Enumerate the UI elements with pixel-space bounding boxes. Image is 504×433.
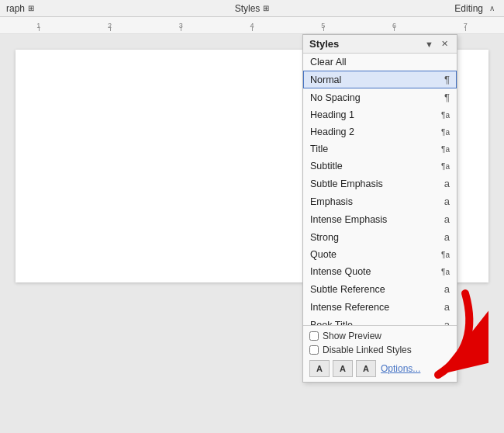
style-inspector-button[interactable]: A [333,360,353,377]
top-bar: raph ⊞ Styles ⊞ Editing ∧ [0,0,504,17]
style-item-intense-emphasis[interactable]: Intense Emphasis a [303,210,457,228]
styles-panel-title: Styles [309,38,339,50]
ruler-mark-3: 3 [145,22,216,29]
styles-panel-header: Styles ▼ ✕ [303,35,457,54]
ruler-mark-2: 2 [74,22,146,29]
collapse-btn[interactable]: ∧ [486,3,498,13]
ruler-mark-4: 4 [216,22,288,29]
style-label-clear-all: Clear All [310,57,347,68]
style-symbol-heading-2: ¶a [441,128,450,137]
style-symbol-heading-1: ¶a [441,111,450,120]
manage-styles-icon: A [363,364,369,373]
style-item-no-spacing[interactable]: No Spacing ¶ [303,88,457,106]
style-symbol-normal: ¶ [444,74,450,85]
ruler-mark-5: 5 [288,22,359,29]
style-label-intense-reference: Intense Reference [310,302,389,313]
style-symbol-quote: ¶a [441,251,450,259]
style-label-title: Title [310,144,328,154]
styles-panel-controls: ▼ ✕ [423,38,450,50]
style-symbol-strong: a [444,231,450,243]
style-item-strong[interactable]: Strong a [303,228,457,246]
style-item-subtle-emphasis[interactable]: Subtle Emphasis a [303,175,457,192]
style-item-clear-all[interactable]: Clear All [303,54,457,71]
style-symbol-subtitle: ¶a [441,162,450,171]
show-preview-checkbox[interactable] [309,331,319,341]
top-bar-center: Styles ⊞ [170,3,333,14]
style-item-subtle-reference[interactable]: Subtle Reference a [303,280,457,298]
style-label-heading-2: Heading 2 [310,126,354,137]
show-preview-row: Show Preview [309,331,450,341]
style-item-subtitle[interactable]: Subtitle ¶a [303,158,457,175]
style-label-subtitle: Subtitle [310,161,343,171]
ruler: 1 2 3 4 5 6 7 [0,17,504,34]
style-label-no-spacing: No Spacing [310,92,361,103]
style-label-intense-emphasis: Intense Emphasis [310,214,387,225]
style-symbol-intense-quote: ¶a [441,268,450,276]
style-symbol-intense-emphasis: a [444,213,450,225]
style-inspector-icon: A [340,364,346,373]
style-item-normal[interactable]: Normal ¶ [303,71,457,88]
ruler-mark-1: 1 [3,22,74,29]
style-item-quote[interactable]: Quote ¶a [303,246,457,263]
style-item-book-title[interactable]: Book Title a [303,316,457,325]
style-item-heading-2[interactable]: Heading 2 ¶a [303,123,457,140]
disable-linked-label: Disable Linked Styles [323,345,412,355]
styles-close-button[interactable]: ✕ [439,38,450,50]
editing-label: Editing [454,3,483,14]
top-bar-left-text: raph [6,3,25,14]
style-label-subtle-emphasis: Subtle Emphasis [310,178,383,189]
footer-buttons: A A A Options... [309,360,450,377]
styles-footer: Show Preview Disable Linked Styles A A A… [303,325,457,382]
options-link[interactable]: Options... [381,363,420,374]
style-symbol-book-title: a [444,319,450,325]
style-label-subtle-reference: Subtle Reference [310,284,385,295]
top-bar-center-icon[interactable]: ⊞ [263,4,269,12]
new-style-button[interactable]: A [309,360,330,377]
disable-linked-row: Disable Linked Styles [309,345,450,355]
style-item-title[interactable]: Title ¶a [303,140,457,158]
manage-styles-button[interactable]: A [356,360,376,377]
top-bar-left: raph ⊞ [6,3,170,14]
styles-panel: Styles ▼ ✕ Clear All Normal ¶ No Spacing… [302,34,457,383]
top-bar-right: Editing ∧ [334,3,498,14]
ruler-mark-7: 7 [430,22,501,29]
top-bar-center-label: Styles [235,3,261,14]
style-label-intense-quote: Intense Quote [310,266,371,277]
styles-dropdown-button[interactable]: ▼ [423,39,436,50]
style-label-emphasis: Emphasis [310,196,353,207]
main-area: Styles ▼ ✕ Clear All Normal ¶ No Spacing… [0,34,504,433]
style-symbol-intense-reference: a [444,301,450,313]
style-label-normal: Normal [310,74,341,85]
top-bar-left-icon[interactable]: ⊞ [28,4,34,12]
disable-linked-checkbox[interactable] [309,345,319,355]
style-symbol-title: ¶a [441,145,450,154]
style-label-heading-1: Heading 1 [310,109,354,120]
styles-list: Clear All Normal ¶ No Spacing ¶ Heading … [303,54,457,325]
style-label-book-title: Book Title [310,320,353,326]
style-symbol-emphasis: a [444,196,450,207]
style-item-intense-quote[interactable]: Intense Quote ¶a [303,263,457,280]
ruler-marks: 1 2 3 4 5 6 7 [3,22,501,29]
style-symbol-subtle-reference: a [444,283,450,295]
style-item-heading-1[interactable]: Heading 1 ¶a [303,106,457,123]
new-style-icon: A [316,364,323,373]
style-item-intense-reference[interactable]: Intense Reference a [303,298,457,316]
style-symbol-no-spacing: ¶ [444,92,450,103]
style-item-emphasis[interactable]: Emphasis a [303,192,457,210]
style-symbol-subtle-emphasis: a [444,178,450,189]
style-label-strong: Strong [310,232,339,243]
style-label-quote: Quote [310,249,337,260]
ruler-mark-6: 6 [359,22,430,29]
show-preview-label: Show Preview [323,331,381,341]
